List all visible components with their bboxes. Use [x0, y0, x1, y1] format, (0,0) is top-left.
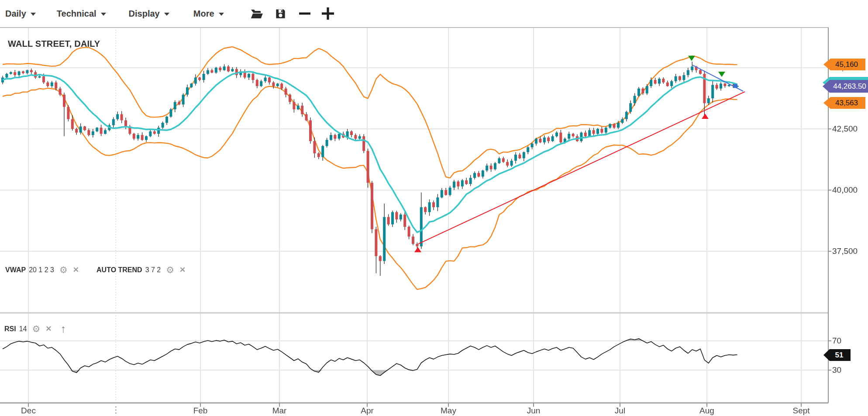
close-icon[interactable]: ✕ — [179, 266, 186, 274]
vwap-indicator-label: VWAP — [5, 266, 26, 274]
rsi-indicator-label: RSI — [4, 325, 16, 333]
zoom-in-icon[interactable] — [321, 7, 334, 20]
chart-canvas[interactable] — [0, 0, 868, 416]
close-icon[interactable]: ✕ — [45, 325, 52, 333]
month-axis-label: Apr — [354, 406, 380, 416]
rsi-axis-label: 70 — [832, 336, 841, 346]
month-axis-label: Aug — [694, 406, 720, 416]
price-axis-label: 37,500 — [832, 246, 858, 256]
gear-icon[interactable]: ⚙ — [32, 324, 40, 333]
move-pane-up-icon[interactable]: ↑ — [61, 323, 66, 334]
gear-icon[interactable]: ⚙ — [59, 265, 68, 274]
upper-band-price-badge: 45,160 — [823, 59, 865, 70]
vwap-indicator-params: 20 1 2 3 — [29, 266, 54, 274]
month-axis-label: May — [435, 406, 462, 416]
chevron-down-icon — [164, 13, 169, 16]
technical-menu-label: Technical — [57, 9, 96, 19]
timeframe-menu-label: Daily — [5, 9, 26, 19]
auto-trend-indicator-params: 3 7 2 — [145, 266, 161, 274]
technical-menu[interactable]: Technical — [57, 9, 106, 19]
toolbar: Daily Technical Display More — [0, 0, 828, 28]
trading-chart-app: Daily Technical Display More — [0, 0, 868, 416]
rsi-axis-label: 30 — [832, 365, 841, 375]
display-menu-label: Display — [129, 9, 160, 19]
chevron-down-icon — [31, 13, 36, 16]
save-icon[interactable] — [275, 8, 286, 20]
auto-trend-indicator-label: AUTO TREND — [96, 266, 142, 274]
close-icon[interactable]: ✕ — [73, 266, 79, 274]
gear-icon[interactable]: ⚙ — [166, 265, 174, 274]
more-menu-label: More — [193, 9, 214, 19]
overlay-indicator-row: VWAP 20 1 2 3 ⚙ ✕ AUTO TREND 3 7 2 ⚙ ✕ — [5, 265, 186, 274]
month-axis-label: Sept — [788, 406, 814, 416]
folder-open-icon[interactable] — [250, 8, 263, 19]
month-axis-label: Jul — [607, 406, 633, 416]
month-axis-label: Feb — [187, 406, 214, 416]
chevron-down-icon — [101, 13, 106, 16]
month-axis-label: Jun — [520, 406, 547, 416]
last-price-badge: 44,263.50 — [823, 80, 868, 93]
page-title: WALL STREET, DAILY — [8, 39, 100, 49]
timeframe-menu[interactable]: Daily — [5, 9, 36, 19]
chevron-down-icon — [219, 13, 224, 16]
price-axis-label: 40,000 — [832, 185, 858, 195]
rsi-indicator-row: RSI 14 ⚙ ✕ ↑ — [4, 323, 66, 334]
lower-band-price-badge: 43,563 — [823, 97, 865, 109]
price-axis-label: 42,500 — [832, 124, 858, 134]
zoom-out-icon[interactable] — [299, 7, 311, 20]
rsi-indicator-params: 14 — [19, 325, 27, 333]
month-axis-label: Mar — [266, 406, 293, 416]
more-menu[interactable]: More — [193, 9, 224, 19]
display-menu[interactable]: Display — [129, 9, 169, 19]
month-axis-label: Dec — [15, 406, 41, 416]
